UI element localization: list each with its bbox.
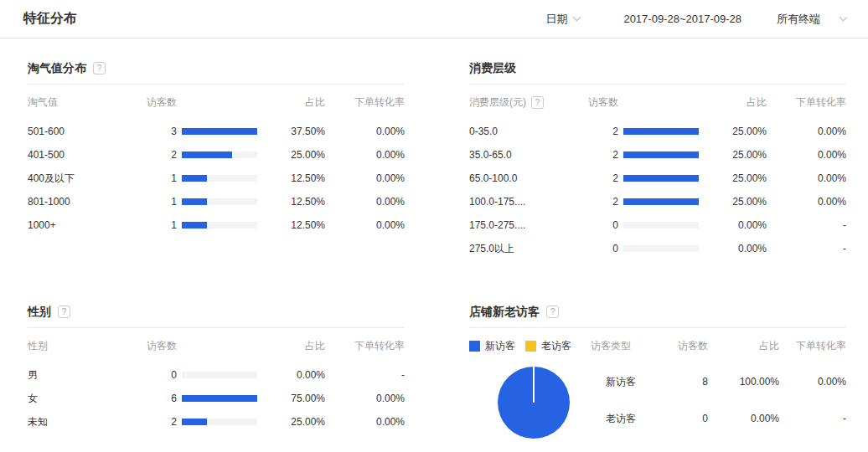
row-label: 401-500 [28, 149, 147, 161]
column-header: 占比 [708, 339, 779, 353]
visitor-count: 2 [588, 126, 618, 137]
share-value: 25.00% [700, 196, 767, 208]
bar-fill [623, 152, 699, 158]
share-value: 25.00% [259, 149, 325, 161]
share-value: 100.00% [708, 376, 779, 388]
header-controls: 日期 2017-09-28~2017-09-28 所有终端 [545, 12, 846, 27]
pie-chart [498, 367, 570, 439]
chevron-down-icon [840, 13, 848, 22]
column-header: 消费层级(元) ? [469, 95, 588, 110]
visitor-count: 2 [588, 149, 618, 161]
row-label: 65.0-100.0 [469, 172, 588, 184]
table-row: 男 0 0.00% - [28, 363, 405, 387]
row-label: 女 [28, 392, 147, 406]
table-row: 100.0-175.... 2 25.00% 0.00% [469, 190, 846, 213]
date-mode-label: 日期 [545, 12, 567, 27]
visitor-count: 1 [147, 219, 177, 231]
pie-column: 新访客 老访客 [469, 328, 591, 439]
page-title: 特征分布 [23, 10, 77, 28]
bar-track [182, 222, 257, 229]
column-header: 访客数 [588, 95, 700, 110]
conversion-value: - [325, 369, 405, 381]
row-label: 801-1000 [28, 196, 147, 208]
table-row: 女 6 75.00% 0.00% [28, 387, 405, 410]
table-row: 新访客 8 100.00% 0.00% [591, 363, 846, 400]
pie-slice-divider [533, 367, 535, 403]
help-icon[interactable]: ? [546, 306, 559, 318]
help-icon[interactable]: ? [58, 306, 70, 318]
row-label: 未知 [28, 415, 147, 429]
bar-track [182, 175, 257, 182]
table-row: 275.0以上 0 0.00% - [469, 237, 846, 260]
conversion-value: 0.00% [325, 393, 405, 404]
legend-old-visitor[interactable]: 老访客 [525, 339, 571, 353]
panel-consumption-level: 消费层级 消费层级(元) ? 访客数 占比 下单转化率 0-35.0 2 25.… [469, 59, 846, 260]
table-header: 消费层级(元) ? 访客数 占比 下单转化率 [469, 85, 846, 120]
column-header: 性别 [28, 339, 147, 353]
terminal-label: 所有终端 [777, 12, 820, 27]
bar-fill [623, 198, 699, 205]
bar-fill [182, 152, 232, 158]
bar-track [182, 372, 257, 378]
panel-gender: 性别 ? 性别 访客数 占比 下单转化率 男 0 0.00% - 女 [28, 302, 405, 434]
bar-track [623, 198, 699, 205]
panels-grid: 淘气值分布 ? 淘气值 访客数 占比 下单转化率 501-600 3 37.50… [0, 39, 868, 439]
share-value: 25.00% [700, 149, 767, 161]
row-label: 老访客 [591, 412, 638, 426]
chevron-down-icon [573, 13, 581, 22]
share-value: 37.50% [259, 126, 325, 137]
row-label: 501-600 [28, 126, 147, 137]
bar-fill [182, 198, 207, 205]
row-label: 400及以下 [28, 172, 147, 186]
panel-title: 消费层级 [469, 59, 516, 77]
table-header: 淘气值 访客数 占比 下单转化率 [28, 85, 405, 120]
row-label: 1000+ [28, 219, 147, 231]
help-icon[interactable]: ? [531, 96, 544, 109]
table-header: 性别 访客数 占比 下单转化率 [28, 328, 405, 363]
terminal-dropdown[interactable]: 所有终端 [777, 12, 846, 27]
share-value: 25.00% [259, 416, 325, 428]
table-row: 0-35.0 2 25.00% 0.00% [469, 120, 846, 143]
legend-new-visitor[interactable]: 新访客 [469, 339, 515, 353]
row-label: 100.0-175.... [469, 196, 588, 208]
table-row: 未知 2 25.00% 0.00% [28, 410, 405, 434]
visitor-count: 0 [638, 413, 708, 424]
table-row: 175.0-275.... 0 0.00% - [469, 213, 846, 237]
visitor-count: 0 [588, 219, 618, 231]
bar-fill [182, 395, 257, 402]
conversion-value: 0.00% [767, 149, 846, 161]
column-header: 下单转化率 [325, 95, 405, 110]
share-value: 75.00% [259, 393, 325, 404]
panel-title: 淘气值分布 [28, 59, 86, 77]
conversion-value: 0.00% [325, 219, 405, 231]
share-value: 0.00% [708, 413, 779, 424]
table-row: 801-1000 1 12.50% 0.00% [28, 190, 405, 213]
bar-fill [182, 175, 207, 182]
bar-fill [623, 175, 699, 182]
pie-legend: 新访客 老访客 [469, 328, 591, 363]
panel-new-old-visitors: 店铺新老访客 ? 新访客 老访客 [469, 302, 846, 439]
share-value: 12.50% [259, 172, 325, 184]
share-value: 0.00% [700, 243, 767, 254]
bar-track [623, 245, 699, 252]
bar-track [182, 152, 257, 158]
bar-track [182, 128, 257, 135]
column-header: 占比 [700, 95, 767, 110]
visitor-count: 0 [588, 243, 618, 254]
table-row: 65.0-100.0 2 25.00% 0.00% [469, 167, 846, 190]
column-header: 下单转化率 [325, 339, 405, 353]
conversion-value: - [767, 219, 846, 231]
panel-title: 店铺新老访客 [469, 302, 540, 321]
date-range-picker[interactable]: 2017-09-28~2017-09-28 [623, 13, 741, 25]
date-mode-dropdown[interactable]: 日期 [545, 12, 580, 27]
bar-track [182, 419, 257, 425]
visitor-count: 8 [638, 376, 708, 388]
column-header: 下单转化率 [767, 95, 846, 110]
share-value: 0.00% [259, 369, 325, 381]
help-icon[interactable]: ? [93, 62, 106, 74]
bar-track [623, 222, 699, 229]
table-row: 35.0-65.0 2 25.00% 0.00% [469, 143, 846, 167]
legend-swatch [525, 341, 536, 352]
conversion-value: 0.00% [779, 376, 846, 388]
conversion-value: - [767, 243, 846, 254]
